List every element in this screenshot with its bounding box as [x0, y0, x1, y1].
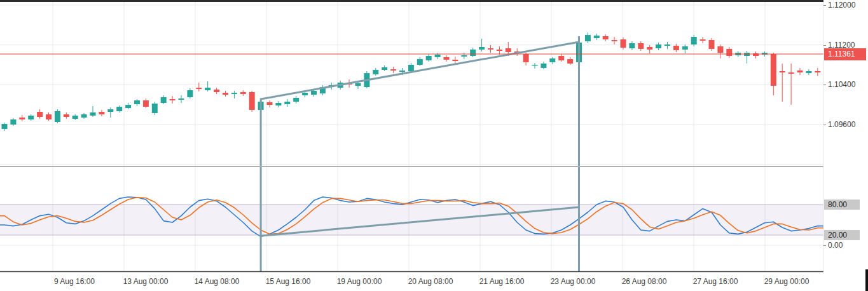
time-axis-label: 29 Aug 00:00 — [764, 277, 809, 286]
candle-body — [223, 93, 228, 95]
chart-plot-area[interactable] — [0, 0, 868, 291]
time-axis-label: 21 Aug 16:00 — [479, 277, 525, 286]
scrollbar-fragment — [865, 269, 868, 291]
axis-tick — [823, 45, 826, 46]
candle-body — [470, 50, 476, 56]
candle-body — [549, 58, 555, 62]
candle-body — [267, 102, 273, 105]
candle-body — [240, 92, 246, 94]
current-price-badge: 1.11361 — [824, 48, 866, 60]
candle-body — [771, 54, 776, 86]
price-axis-label: 1.10400 — [828, 80, 855, 89]
candle-body — [55, 111, 60, 122]
candle-body — [647, 47, 652, 50]
axis-tick — [823, 85, 826, 85]
candle-body — [806, 71, 811, 73]
candle-body — [762, 53, 768, 55]
candle-body — [594, 36, 600, 38]
candle-body — [452, 60, 458, 61]
time-axis-label: 26 Aug 08:00 — [622, 277, 667, 286]
stoch-zero-label: 0.00 — [828, 241, 843, 250]
candle-body — [390, 69, 396, 71]
time-axis[interactable]: 9 Aug 16:0013 Aug 00:0014 Aug 08:0015 Au… — [0, 273, 868, 291]
candle-body — [744, 53, 750, 56]
axis-tick — [823, 245, 826, 246]
candle-body — [717, 46, 723, 53]
candle-body — [532, 65, 538, 65]
price-axis-label: 1.11200 — [828, 41, 855, 50]
candle-body — [408, 65, 414, 71]
candle-body — [488, 48, 493, 50]
candle-body — [444, 57, 450, 60]
candle-body — [682, 46, 688, 50]
stoch-upper-band-label: 80.00 — [824, 200, 860, 210]
candle-body — [435, 55, 441, 57]
candle-body — [275, 103, 281, 105]
candle-body — [214, 90, 219, 92]
candle-body — [621, 39, 626, 48]
candle-body — [780, 71, 785, 72]
candle-body — [603, 36, 609, 39]
candle-body — [373, 70, 378, 74]
candle-body — [81, 114, 87, 118]
price-axis[interactable]: 1.11361 80.00 20.00 0.00 1.120001.112001… — [823, 0, 868, 291]
candle-body — [638, 43, 644, 49]
candle-body — [302, 93, 308, 95]
axis-tick — [823, 5, 826, 6]
candle-body — [2, 124, 8, 129]
candle-body — [125, 105, 131, 108]
candle-body — [700, 39, 706, 41]
candle-body — [10, 119, 16, 125]
candle-body — [541, 64, 546, 68]
candle-body — [355, 83, 361, 86]
candle-body — [161, 97, 167, 103]
candle-body — [143, 100, 149, 107]
candle-body — [497, 50, 502, 51]
time-axis-label: 9 Aug 16:00 — [54, 277, 95, 286]
candle-body — [99, 112, 104, 114]
candle-body — [152, 104, 158, 113]
time-axis-label: 20 Aug 08:00 — [408, 277, 453, 286]
price-axis-label: 1.12000 — [828, 1, 855, 10]
candle-body — [789, 72, 794, 74]
candle-body — [506, 48, 511, 52]
candle-body — [293, 98, 299, 102]
candle-body — [673, 46, 679, 50]
chart-top-border — [0, 0, 868, 2]
candle-body — [187, 90, 193, 97]
candle-body — [107, 109, 113, 112]
candle-body — [461, 55, 467, 57]
time-axis-label: 19 Aug 00:00 — [337, 277, 382, 286]
candle-body — [665, 44, 670, 46]
time-axis-label: 13 Aug 00:00 — [123, 277, 169, 286]
candle-body — [417, 59, 423, 65]
candle-body — [284, 102, 290, 104]
candle-body — [37, 112, 43, 117]
candle-body — [656, 44, 661, 48]
candle-body — [134, 100, 140, 104]
candle-body — [90, 112, 96, 116]
candle-body — [426, 56, 432, 60]
candle-body — [691, 37, 697, 44]
candle-body — [709, 40, 715, 49]
candle-body — [523, 54, 529, 62]
candle-body — [196, 88, 202, 89]
axis-tick — [823, 125, 826, 125]
trading-chart-window: 1.11361 80.00 20.00 0.00 1.120001.112001… — [0, 0, 868, 291]
candle-body — [567, 59, 573, 64]
time-axis-label: 23 Aug 00:00 — [551, 277, 596, 286]
candle-body — [28, 116, 34, 119]
candle-body — [249, 92, 255, 110]
candle-body — [205, 88, 210, 90]
candle-body — [311, 91, 317, 95]
candle-body — [629, 43, 635, 48]
candle-body — [179, 98, 184, 100]
time-axis-label: 15 Aug 16:00 — [266, 277, 311, 286]
stoch-lower-band-label: 20.00 — [824, 230, 860, 240]
candle-body — [46, 114, 52, 119]
candle-body — [72, 116, 78, 119]
candle-body — [558, 56, 564, 60]
candle-body — [585, 35, 591, 41]
candle-body — [170, 99, 176, 100]
candle-body — [726, 49, 732, 56]
